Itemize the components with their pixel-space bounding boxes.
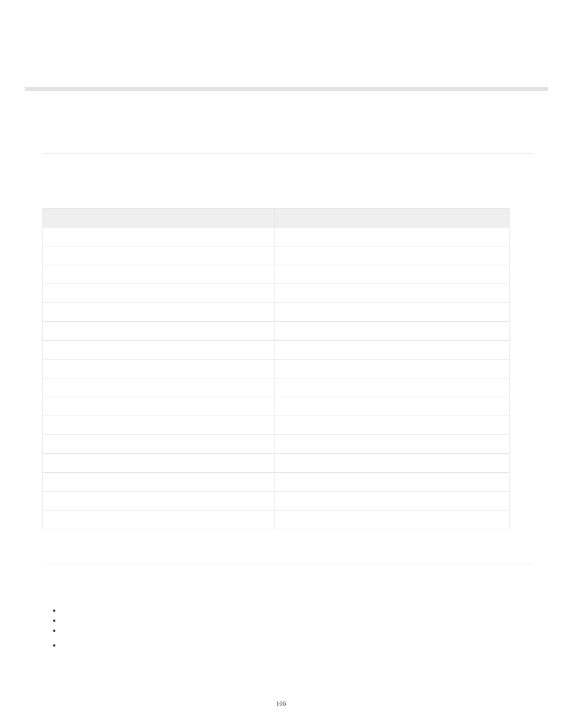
table-row [43, 228, 510, 246]
table-row [43, 454, 510, 473]
bullet-dot-icon [53, 644, 55, 647]
table-row [43, 265, 510, 284]
table-cell [43, 397, 275, 416]
table-row [43, 360, 510, 378]
table-row [43, 435, 510, 454]
table-cell [43, 303, 275, 322]
bullet-dot-icon [53, 630, 55, 632]
table-header-cell [275, 209, 510, 228]
table-cell [275, 303, 510, 322]
table-cell [43, 284, 275, 303]
table-header-row [43, 209, 510, 228]
page-content [42, 153, 534, 651]
table-cell [43, 265, 275, 284]
table-cell [43, 246, 275, 265]
table-cell [275, 284, 510, 303]
list-item [53, 607, 534, 612]
table-cell [43, 435, 275, 454]
table-header-cell [43, 209, 275, 228]
table-row [43, 397, 510, 416]
list-item [53, 617, 534, 622]
page-number: 106 [0, 700, 562, 707]
table-cell [275, 265, 510, 284]
table-cell [43, 322, 275, 341]
section-divider [42, 153, 534, 154]
table-cell [275, 246, 510, 265]
top-horizontal-rule [25, 87, 548, 91]
table-cell [275, 341, 510, 360]
table-cell [43, 492, 275, 510]
table-row [43, 416, 510, 435]
bullet-list [42, 607, 534, 647]
table-row [43, 378, 510, 397]
table-cell [43, 378, 275, 397]
table-cell [275, 228, 510, 246]
table-cell [43, 416, 275, 435]
table-row [43, 492, 510, 510]
table-cell [275, 360, 510, 378]
list-item [53, 641, 534, 647]
table-cell [43, 473, 275, 492]
table-row [43, 322, 510, 341]
table-row [43, 246, 510, 265]
table-cell [275, 435, 510, 454]
table-cell [275, 510, 510, 529]
table-cell [43, 360, 275, 378]
table-cell [43, 454, 275, 473]
table-cell [275, 454, 510, 473]
bullet-dot-icon [53, 610, 55, 612]
table-cell [275, 322, 510, 341]
table-row [43, 303, 510, 322]
list-item [53, 627, 534, 632]
table-row [43, 284, 510, 303]
table-row [43, 341, 510, 360]
table-cell [43, 228, 275, 246]
table-row [43, 510, 510, 529]
bullet-dot-icon [53, 620, 55, 622]
table-cell [275, 416, 510, 435]
section-divider [42, 564, 534, 564]
table-cell [43, 510, 275, 529]
table-cell [275, 492, 510, 510]
table-cell [275, 378, 510, 397]
table-cell [275, 397, 510, 416]
table-cell [275, 473, 510, 492]
data-table [42, 208, 510, 529]
section-divider-block [42, 564, 534, 564]
table-cell [43, 341, 275, 360]
table-row [43, 473, 510, 492]
